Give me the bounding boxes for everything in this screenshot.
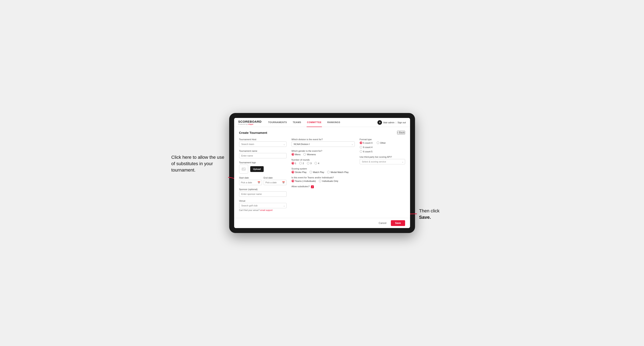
upload-button[interactable]: Upload [250,166,264,172]
format-6count4[interactable]: 6 count 4 [360,146,372,149]
tournament-logo-label: Tournament logo [239,161,286,164]
avatar: B [378,120,382,125]
page-content: Create Tournament ‹ Back Tournament Host [234,127,410,218]
event-type-label: Is this event for Teams and/or Individua… [292,176,355,179]
nav-bar: SCOREBOARD Powered by clippd TOURNAMENTS… [234,118,410,127]
page-header: Create Tournament ‹ Back [239,131,405,135]
scoring-stroke[interactable]: Stroke Play [292,171,306,173]
scoring-system-group: Scoring system Stroke Play Match Play [292,168,355,173]
radio-rounds-2-circle [299,162,302,165]
back-button[interactable]: ‹ Back [397,131,405,135]
end-date-group: End date 📅 [264,176,286,185]
format-options-group: 5 count 4 Other [360,142,405,153]
nav-item-rankings[interactable]: RANKINGS [327,118,341,127]
nav-item-committee[interactable]: COMMITTEE [306,118,322,127]
radio-mens-circle [292,153,294,156]
rounds-3[interactable]: 3 [307,162,312,165]
sponsor-input[interactable] [239,191,286,197]
allow-substitutes-label: Allow substitutes? [292,185,310,188]
radio-rounds-3-circle [307,162,310,165]
radio-6count4-circle [360,146,362,149]
start-date-group: Start date 📅 [239,176,262,185]
rounds-1[interactable]: 1 [292,162,296,165]
rounds-radio-group: 1 2 3 [292,162,355,165]
nav-item-tournaments[interactable]: TOURNAMENTS [268,118,288,127]
logo-placeholder [239,165,248,173]
allow-substitutes-checkbox[interactable] [311,185,314,188]
nav-items: TOURNAMENTS TEAMS COMMITTEE RANKINGS [268,118,378,127]
calendar-icon-end: 📅 [282,181,285,184]
tournament-name-group: Tournament name [239,150,286,158]
scoring-medal[interactable]: Medal Match Play [327,171,348,173]
division-group: Which division is the event for? NCAA Di… [292,138,355,147]
gender-radio-group: Mens Womens [292,153,355,156]
tournament-name-label: Tournament name [239,150,286,152]
calendar-icon: 📅 [258,181,260,184]
radio-medal-circle [327,171,330,173]
division-select[interactable]: NCAA Division I [292,142,355,147]
form-middle-section: Which division is the event for? NCAA Di… [292,138,355,214]
logo-upload-area: Upload [239,165,286,173]
event-teams[interactable]: Teams (+Individuals) [292,179,316,182]
logo-powered: Powered by clippd [238,123,262,125]
allow-substitutes-group: Allow substitutes? [292,185,355,188]
format-5count4[interactable]: 5 count 4 [360,142,372,144]
format-other[interactable]: Other [376,142,386,144]
scoring-api-group: Use third-party live scoring API? Select… [360,156,405,164]
annotation-right: Then click Save. [419,208,460,221]
radio-individuals-circle [319,179,322,182]
sponsor-label: Sponsor (optional) [239,188,286,190]
save-button[interactable]: Save [391,220,405,226]
format-type-group: Format type 5 count 4 Other [360,138,405,153]
venue-label: Venue [239,200,286,202]
scoring-api-label: Use third-party live scoring API? [360,156,405,158]
start-date-label: Start date [239,176,262,179]
rounds-4[interactable]: 4 [314,162,319,165]
form-left-section: Tournament Host Tournament name Tourname… [239,138,286,214]
event-type-radio-group: Teams (+Individuals) Individuals Only [292,179,355,182]
dates-row: Start date 📅 End date 📅 [239,176,286,185]
format-row-2: 6 count 4 [360,146,405,149]
radio-womens-circle [303,153,306,156]
tournament-host-group: Tournament Host [239,138,286,147]
tablet-frame: SCOREBOARD Powered by clippd TOURNAMENTS… [229,113,415,233]
scoring-api-select[interactable]: Select & scoring service [360,159,405,164]
gender-womens[interactable]: Womens [303,153,316,156]
svg-rect-2 [242,168,245,170]
scoring-radio-group: Stroke Play Match Play Medal Match Play [292,171,355,173]
form-right-section: Format type 5 count 4 Other [360,138,405,214]
rounds-label: Number of rounds [292,159,355,161]
cancel-button[interactable]: Cancel [376,220,389,226]
nav-item-teams[interactable]: TEAMS [292,118,302,127]
event-individuals[interactable]: Individuals Only [319,179,338,182]
format-6count5[interactable]: 6 count 5 [360,150,372,153]
venue-email-link[interactable]: email support [260,209,272,211]
end-date-label: End date [264,176,286,179]
tournament-name-input[interactable] [239,153,286,158]
gender-group: Which gender is the event for? Mens Wome… [292,150,355,156]
radio-match-circle [310,171,312,173]
sign-out-link[interactable]: Sign out [398,121,406,124]
sponsor-group: Sponsor (optional) [239,188,286,197]
format-row-3: 6 count 5 [360,150,405,153]
gender-womens-label: Womens [307,153,316,156]
tournament-host-input[interactable] [239,142,286,147]
page-footer: Cancel Save [234,218,410,228]
gender-mens-label: Mens [295,153,301,156]
nav-user: B blair admin | Sign out [378,120,406,125]
venue-group: Venue Can't find your venue? email suppo… [239,200,286,211]
radio-stroke-circle [292,171,294,173]
page-title: Create Tournament [239,131,267,135]
tournament-logo-group: Tournament logo Upload [239,161,286,173]
format-type-label: Format type [360,138,405,141]
tablet-screen: SCOREBOARD Powered by clippd TOURNAMENTS… [234,118,410,228]
annotation-left: Click here to allow the use of substitut… [172,154,225,173]
radio-rounds-4-circle [314,162,317,165]
radio-other-circle [376,142,379,144]
rounds-group: Number of rounds 1 2 [292,159,355,165]
rounds-2[interactable]: 2 [299,162,304,165]
radio-rounds-1-circle [292,162,294,165]
gender-mens[interactable]: Mens [292,153,301,156]
venue-input[interactable] [239,203,286,208]
scoring-match[interactable]: Match Play [310,171,324,173]
